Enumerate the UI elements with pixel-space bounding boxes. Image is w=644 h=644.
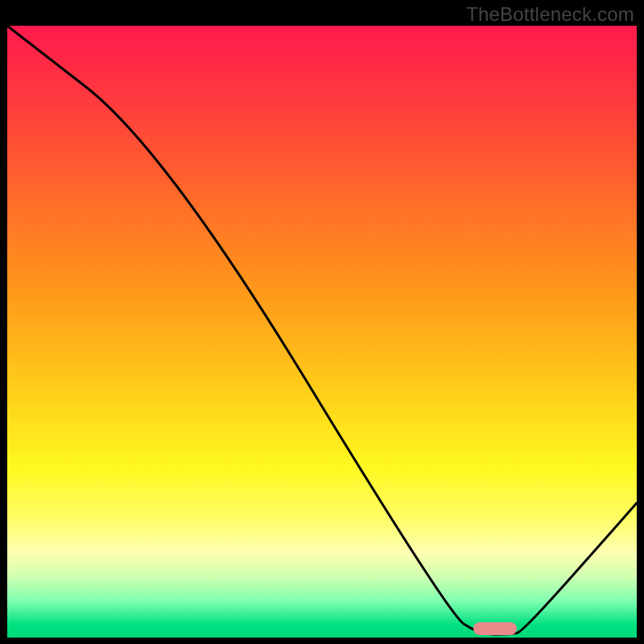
optimal-marker	[473, 622, 518, 635]
curve-svg	[7, 26, 637, 638]
watermark-text: TheBottleneck.com	[466, 3, 634, 26]
chart-container: TheBottleneck.com	[0, 0, 644, 644]
bottleneck-curve-path	[7, 26, 637, 634]
plot-area	[7, 26, 637, 638]
